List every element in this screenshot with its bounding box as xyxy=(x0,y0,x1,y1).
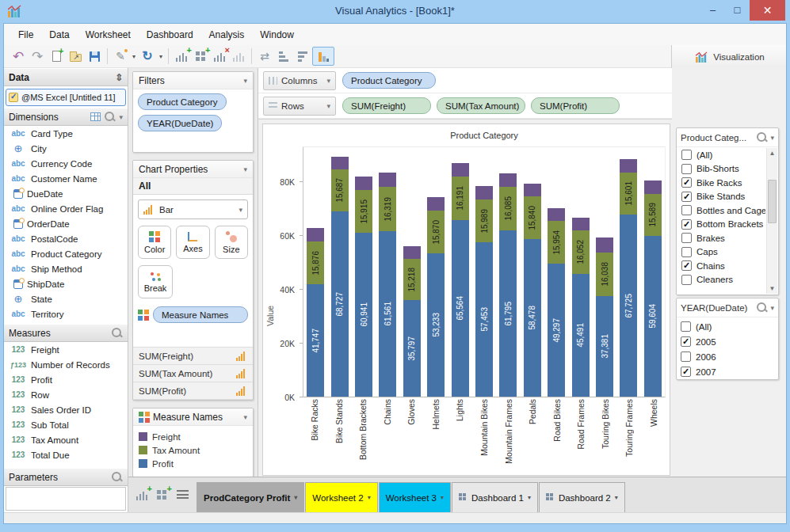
bar-segment-freight[interactable] xyxy=(620,159,637,173)
sort-toggle-icon[interactable]: ⇕ xyxy=(115,72,123,83)
field-shipdate[interactable]: ShipDate xyxy=(4,276,128,291)
close-button[interactable]: ✕ xyxy=(750,0,785,21)
visualization-panel[interactable]: Visualization xyxy=(671,45,787,68)
filter-option-bike-racks[interactable]: ✓Bike Racks xyxy=(677,176,765,190)
bar-segment-freight[interactable] xyxy=(572,218,590,230)
bar-segment-profit[interactable]: 59,604 xyxy=(644,236,662,397)
bar-segment-profit[interactable]: 58,478 xyxy=(524,239,541,397)
bar-segment-profit[interactable]: 68,727 xyxy=(331,211,349,397)
filter-pill-product-category[interactable]: Product Category xyxy=(138,93,227,110)
chevron-down-icon[interactable]: ▾ xyxy=(119,113,123,121)
checkbox[interactable]: ✓ xyxy=(681,367,691,377)
add-data-source-button[interactable]: ✎ xyxy=(111,47,130,66)
filter-option-bib-shorts[interactable]: Bib-Shorts xyxy=(677,162,765,177)
tab-dashboard-2[interactable]: Dashboard 2▾ xyxy=(539,482,625,512)
filter-option-2006[interactable]: 2006 xyxy=(677,349,778,364)
menu-analysis[interactable]: Analysis xyxy=(201,26,253,44)
filter-option-bottles-and-cages[interactable]: Bottles and Cages xyxy=(677,203,765,218)
swap-axes-button[interactable]: ⇄ xyxy=(255,47,274,66)
field-online-order-flag[interactable]: abcOnline Order Flag xyxy=(4,201,128,216)
minimize-button[interactable]: – xyxy=(700,0,725,19)
checkbox[interactable]: ✓ xyxy=(681,192,692,202)
menu-window[interactable]: Window xyxy=(252,26,302,44)
field-tax-amount[interactable]: 123Tax Amount xyxy=(4,432,128,447)
scrollbar-thumb[interactable] xyxy=(768,180,777,223)
field-row[interactable]: 123Row xyxy=(4,387,128,402)
rows-pill-sum-freight[interactable]: SUM(Freight) xyxy=(342,97,431,114)
filter-option-bottom-brackets[interactable]: ✓Bottom Brackets xyxy=(677,218,765,232)
bar-segment-freight[interactable] xyxy=(452,163,469,177)
field-territory[interactable]: abcTerritory xyxy=(4,306,128,321)
axes-button[interactable]: Axes xyxy=(176,226,209,259)
columns-button[interactable]: Columns ▾ xyxy=(263,71,336,90)
bar-segment-freight[interactable] xyxy=(427,197,445,211)
field-product-category[interactable]: abcProduct Category xyxy=(4,246,128,261)
legend-item-tax-amount[interactable]: Tax Amount xyxy=(139,443,247,457)
bar-segment-profit[interactable]: 67,725 xyxy=(620,215,637,397)
field-city[interactable]: ⊕City xyxy=(4,141,128,156)
bar-segment-profit[interactable]: 60,941 xyxy=(355,233,372,397)
measure-names-pill[interactable]: Measure Names xyxy=(153,306,248,323)
checkbox[interactable]: ✓ xyxy=(681,260,692,271)
search-icon[interactable] xyxy=(104,111,116,123)
checkbox[interactable] xyxy=(681,150,692,160)
tab-prodcategory-profit[interactable]: ProdCategory Profit▾ xyxy=(197,482,304,512)
measure-shelf-sum-profit[interactable]: SUM(Profit) xyxy=(133,382,253,400)
field-freight[interactable]: 123Freight xyxy=(4,342,128,357)
filter-pill-year-duedate[interactable]: YEAR(DueDate) xyxy=(138,115,222,131)
scrollbar[interactable]: ▲ ▼ xyxy=(766,148,777,294)
menu-worksheet[interactable]: Worksheet xyxy=(78,26,139,44)
bar-segment-tax-amount[interactable]: 15,915 xyxy=(355,190,372,233)
checkbox[interactable]: ✓ xyxy=(681,177,692,188)
bar-segment-profit[interactable]: 37,381 xyxy=(596,296,613,397)
legend-item-freight[interactable]: Freight xyxy=(139,430,247,443)
bar-segment-tax-amount[interactable]: 15,687 xyxy=(331,169,349,211)
bar-segment-profit[interactable]: 49,297 xyxy=(548,264,565,397)
sort-ascending-button[interactable] xyxy=(274,47,293,66)
filter-option-chains[interactable]: ✓Chains xyxy=(677,259,765,273)
bar-segment-freight[interactable] xyxy=(475,186,493,200)
chevron-down-icon[interactable]: ▾ xyxy=(243,413,247,421)
field-card-type[interactable]: abcCard Type xyxy=(4,126,128,141)
bar-segment-freight[interactable] xyxy=(355,177,372,190)
show-chart-button[interactable] xyxy=(312,47,334,66)
sort-descending-button[interactable] xyxy=(293,47,312,66)
redo-button[interactable]: ↷ xyxy=(28,47,47,66)
bar-segment-freight[interactable] xyxy=(596,238,613,253)
bar-segment-profit[interactable]: 53,233 xyxy=(427,253,445,397)
search-icon[interactable] xyxy=(111,327,123,339)
filter-option-cleaners[interactable]: Cleaners xyxy=(677,273,765,287)
chevron-down-icon[interactable]: ▾ xyxy=(243,77,247,85)
checkbox[interactable] xyxy=(681,233,692,243)
bar-segment-profit[interactable]: 35,797 xyxy=(403,300,421,397)
maximize-button[interactable]: □ xyxy=(725,0,750,19)
bar-segment-tax-amount[interactable]: 15,876 xyxy=(307,241,324,284)
field-sales-order-id[interactable]: 123Sales Order ID xyxy=(4,402,128,417)
chevron-down-icon[interactable]: ▾ xyxy=(770,134,774,142)
open-button[interactable] xyxy=(66,47,85,66)
bar-segment-freight[interactable] xyxy=(499,173,517,187)
new-worksheet-button[interactable] xyxy=(172,47,191,66)
sheet-list-icon[interactable] xyxy=(177,490,189,500)
filter-option-caps[interactable]: Caps xyxy=(677,245,765,260)
filter-option-all[interactable]: (All) xyxy=(677,148,765,162)
bar-segment-tax-amount[interactable]: 15,589 xyxy=(644,194,662,236)
field-customer-name[interactable]: abcCustomer Name xyxy=(4,171,128,186)
checkbox[interactable] xyxy=(681,164,692,174)
legend-item-profit[interactable]: Profit xyxy=(139,457,247,470)
filter-option-2005[interactable]: ✓2005 xyxy=(677,334,778,349)
checkbox[interactable] xyxy=(681,352,691,362)
filter-option-bike-stands[interactable]: ✓Bike Stands xyxy=(677,190,765,204)
field-number-of-records[interactable]: ƒ123Number of Records xyxy=(4,357,128,372)
chevron-down-icon[interactable]: ▾ xyxy=(243,165,247,173)
bar-segment-tax-amount[interactable]: 15,870 xyxy=(427,211,445,253)
bar-segment-freight[interactable] xyxy=(379,173,396,187)
scroll-up-icon[interactable]: ▲ xyxy=(767,148,777,158)
menu-dashboard[interactable]: Dashboard xyxy=(139,26,201,44)
data-source-item[interactable]: @MS Excel [Untitled 11] xyxy=(6,89,126,106)
field-currency-code[interactable]: abcCurrency Code xyxy=(4,156,128,171)
new-workbook-button[interactable] xyxy=(47,47,66,66)
bar-segment-tax-amount[interactable]: 15,218 xyxy=(403,259,421,300)
measure-shelf-sum-freight[interactable]: SUM(Freight) xyxy=(133,348,253,365)
field-total-due[interactable]: 123Total Due xyxy=(4,447,128,462)
